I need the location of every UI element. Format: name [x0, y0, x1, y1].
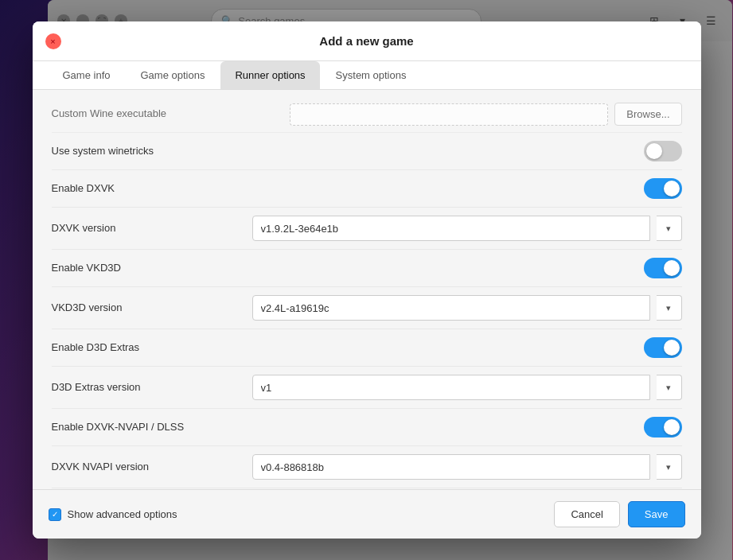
enable-dxvk-row: Enable DXVK — [52, 170, 682, 208]
vkd3d-version-dropdown-button[interactable]: ▾ — [657, 295, 682, 321]
modal-overlay: × Add a new game Game info Game options … — [0, 0, 733, 560]
use-system-winetricks-label: Use system winetricks — [52, 144, 644, 158]
enable-vkd3d-control — [644, 258, 682, 278]
d3d-extras-version-label: D3D Extras version — [52, 380, 252, 395]
d3d-extras-version-row: D3D Extras version ▾ — [52, 367, 682, 409]
vkd3d-version-input[interactable] — [252, 295, 650, 321]
modal-header: × Add a new game — [33, 21, 701, 61]
dxvk-version-input[interactable] — [252, 216, 650, 241]
dxvk-nvapi-version-dropdown-button[interactable]: ▾ — [657, 454, 682, 480]
enable-vkd3d-label: Enable VKD3D — [52, 261, 644, 275]
vkd3d-version-control: ▾ — [252, 295, 682, 321]
vkd3d-version-row: VKD3D version ▾ — [52, 287, 682, 329]
enable-vkd3d-toggle[interactable] — [644, 258, 682, 278]
d3d-extras-version-dropdown-button[interactable]: ▾ — [657, 375, 682, 400]
tab-game-info[interactable]: Game info — [49, 61, 125, 89]
dxvk-version-label: DXVK version — [52, 221, 252, 235]
dxvk-version-control: ▾ — [252, 216, 682, 241]
enable-dxvk-toggle[interactable] — [644, 178, 682, 199]
enable-d3d-extras-control — [644, 337, 682, 358]
dxvk-version-dropdown-button[interactable]: ▾ — [657, 216, 682, 241]
modal-close-button[interactable]: × — [45, 33, 61, 49]
use-system-winetricks-row: Use system winetricks — [52, 133, 682, 170]
dxvk-version-row: DXVK version ▾ — [52, 208, 682, 250]
footer-buttons: Cancel Save — [554, 501, 684, 527]
tab-runner-options[interactable]: Runner options — [220, 61, 319, 89]
use-system-winetricks-control — [644, 141, 682, 161]
show-advanced-checkbox[interactable]: ✓ — [49, 508, 61, 521]
enable-dxvk-label: Enable DXVK — [52, 181, 644, 196]
enable-d3d-extras-toggle[interactable] — [644, 337, 682, 358]
tab-game-options[interactable]: Game options — [126, 61, 219, 89]
cancel-button[interactable]: Cancel — [554, 501, 619, 527]
custom-wine-executable-label: Custom Wine executable — [52, 107, 290, 121]
tabs-bar: Game info Game options Runner options Sy… — [33, 61, 701, 90]
enable-dxvk-nvapi-toggle[interactable] — [644, 417, 682, 438]
tab-system-options[interactable]: System options — [322, 61, 421, 89]
modal: × Add a new game Game info Game options … — [33, 21, 701, 539]
modal-title: Add a new game — [49, 34, 685, 48]
enable-dxvk-control — [644, 178, 682, 199]
enable-vkd3d-row: Enable VKD3D — [52, 250, 682, 287]
show-advanced-options[interactable]: ✓ Show advanced options — [49, 508, 177, 521]
enable-d3d-extras-label: Enable D3D Extras — [52, 340, 644, 355]
enable-dxvk-nvapi-row: Enable DXVK-NVAPI / DLSS — [52, 409, 682, 446]
enable-d3d-extras-row: Enable D3D Extras — [52, 329, 682, 367]
show-advanced-label: Show advanced options — [68, 508, 177, 520]
options-list: Custom Wine executable Browse... Use sys… — [33, 90, 701, 489]
enable-dxvk-nvapi-label: Enable DXVK-NVAPI / DLSS — [52, 420, 644, 434]
modal-footer: ✓ Show advanced options Cancel Save — [33, 489, 701, 539]
save-button[interactable]: Save — [628, 501, 685, 527]
custom-wine-executable-row: Custom Wine executable Browse... — [52, 96, 682, 133]
modal-content: Custom Wine executable Browse... Use sys… — [33, 90, 701, 489]
dxvk-nvapi-version-label: DXVK NVAPI version — [52, 460, 252, 474]
use-system-winetricks-toggle[interactable] — [644, 141, 682, 161]
vkd3d-version-label: VKD3D version — [52, 301, 252, 315]
d3d-extras-version-input[interactable] — [252, 375, 650, 400]
custom-wine-executable-control: Browse... — [290, 103, 681, 126]
browse-button[interactable]: Browse... — [614, 103, 681, 126]
dxvk-nvapi-version-control: ▾ — [252, 454, 682, 480]
dxvk-nvapi-version-row: DXVK NVAPI version ▾ — [52, 446, 682, 488]
dxvk-nvapi-version-input[interactable] — [252, 454, 650, 480]
d3d-extras-version-control: ▾ — [252, 375, 682, 400]
enable-dxvk-nvapi-control — [644, 417, 682, 438]
